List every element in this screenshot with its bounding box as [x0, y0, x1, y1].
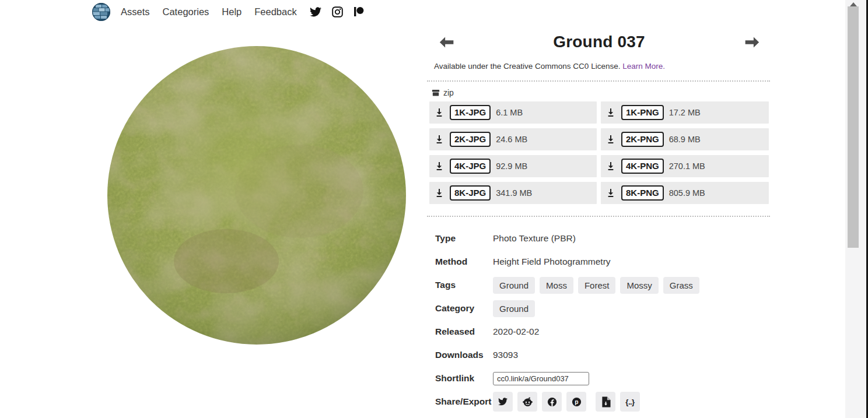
file-size: 270.1 MB — [669, 161, 705, 171]
detail-row-category: Category Ground — [435, 297, 770, 320]
detail-row-downloads: Downloads 93093 — [435, 343, 770, 367]
file-size: 805.9 MB — [669, 188, 705, 198]
file-export-icon — [601, 396, 611, 408]
previous-asset-button[interactable] — [439, 36, 454, 48]
category-chip-ground[interactable]: Ground — [493, 300, 535, 317]
type-label: Type — [435, 233, 493, 244]
tag-chip-ground[interactable]: Ground — [493, 277, 535, 294]
share-button-row: p {..} — [493, 392, 640, 412]
file-size: 17.2 MB — [669, 108, 701, 117]
pinterest-icon: p — [571, 396, 582, 408]
twitter-icon — [310, 7, 321, 17]
released-label: Released — [435, 326, 493, 337]
downloads-label: Downloads — [435, 350, 493, 360]
page-title: Ground 037 — [454, 33, 744, 51]
arrow-left-icon — [439, 36, 454, 48]
download-icon — [606, 108, 615, 117]
download-icon — [435, 108, 444, 117]
file-size: 24.6 MB — [496, 135, 527, 144]
tag-chip-moss[interactable]: Moss — [540, 277, 573, 294]
nav-item-feedback[interactable]: Feedback — [254, 6, 296, 17]
asset-detail-panel: Ground 037 Available under the Creative … — [427, 0, 770, 413]
export-file-button[interactable] — [596, 392, 615, 412]
download-icon — [606, 161, 615, 171]
detail-row-method: Method Height Field Photogrammetry — [435, 250, 770, 273]
download-icon — [606, 188, 615, 198]
json-braces-icon: {..} — [625, 398, 634, 406]
next-asset-button[interactable] — [744, 36, 760, 48]
type-value: Photo Texture (PBR) — [493, 233, 576, 244]
download-icon — [435, 188, 444, 198]
download-button-8k-jpg[interactable]: 8K-JPG 341.9 MB — [429, 182, 597, 204]
download-button-2k-jpg[interactable]: 2K-JPG 24.6 MB — [429, 128, 597, 150]
nav-instagram-link[interactable] — [332, 6, 343, 17]
asset-title-row: Ground 037 — [427, 28, 770, 56]
resolution-badge: 1K-PNG — [621, 105, 664, 120]
tag-chip-mossy[interactable]: Mossy — [620, 277, 658, 294]
learn-more-link[interactable]: Learn More. — [622, 62, 665, 71]
zip-archive-icon — [432, 89, 440, 97]
resolution-badge: 4K-PNG — [621, 159, 664, 174]
download-button-1k-jpg[interactable]: 1K-JPG 6.1 MB — [429, 101, 597, 124]
nav-item-assets[interactable]: Assets — [121, 6, 150, 17]
shortlink-input[interactable] — [493, 372, 589, 385]
tags-label: Tags — [435, 280, 493, 290]
download-button-4k-png[interactable]: 4K-PNG 270.1 MB — [601, 155, 769, 177]
nav-social-links — [310, 6, 374, 17]
svg-text:p: p — [575, 399, 578, 405]
divider — [427, 80, 770, 82]
resolution-badge: 2K-JPG — [450, 132, 491, 147]
tag-chip-forest[interactable]: Forest — [578, 277, 616, 294]
download-icon — [435, 161, 444, 171]
nav-item-help[interactable]: Help — [222, 6, 242, 17]
patreon-icon — [354, 6, 364, 17]
download-button-2k-png[interactable]: 2K-PNG 68.9 MB — [601, 128, 769, 150]
vertical-scrollbar[interactable] — [845, 0, 866, 418]
facebook-icon — [547, 396, 558, 408]
resolution-badge: 1K-JPG — [450, 105, 491, 120]
tag-chip-grass[interactable]: Grass — [663, 277, 699, 294]
download-button-8k-png[interactable]: 8K-PNG 805.9 MB — [601, 182, 769, 204]
license-text-body: Available under the Creative Commons CC0… — [434, 62, 620, 71]
file-size: 68.9 MB — [669, 135, 701, 144]
twitter-icon — [498, 398, 508, 406]
share-reddit-button[interactable] — [517, 392, 537, 412]
download-grid: 1K-JPG 6.1 MB 1K-PNG 17.2 MB 2K-JPG 24.6… — [429, 101, 770, 204]
reddit-icon — [522, 396, 533, 408]
download-button-1k-png[interactable]: 1K-PNG 17.2 MB — [601, 101, 769, 124]
detail-row-shortlink: Shortlink — [435, 367, 770, 390]
instagram-icon — [332, 6, 343, 17]
arrow-right-icon — [745, 36, 760, 48]
download-icon — [435, 135, 444, 144]
download-button-4k-jpg[interactable]: 4K-JPG 92.9 MB — [429, 155, 597, 177]
resolution-badge: 8K-PNG — [621, 185, 664, 201]
detail-row-type: Type Photo Texture (PBR) — [435, 227, 770, 250]
resolution-badge: 8K-JPG — [450, 185, 491, 201]
detail-row-released: Released 2020-02-02 — [435, 320, 770, 343]
resolution-badge: 2K-PNG — [621, 132, 664, 147]
scrollbar-thumb[interactable] — [848, 6, 859, 248]
detail-row-share: Share/Export p {..} — [435, 390, 770, 413]
downloads-value: 93093 — [493, 350, 518, 360]
divider — [427, 216, 770, 217]
share-pinterest-button[interactable]: p — [566, 392, 586, 412]
file-size: 341.9 MB — [496, 188, 532, 198]
detail-row-tags: Tags Ground Moss Forest Mossy Grass — [435, 273, 770, 297]
method-value: Height Field Photogrammetry — [493, 257, 611, 267]
texture-sphere-preview — [107, 45, 407, 345]
category-label: Category — [435, 303, 493, 314]
export-json-button[interactable]: {..} — [620, 392, 640, 412]
nav-patreon-link[interactable] — [354, 6, 364, 17]
license-text: Available under the Creative Commons CC0… — [434, 62, 770, 71]
nav-item-categories[interactable]: Categories — [163, 6, 209, 17]
method-label: Method — [435, 257, 493, 267]
download-icon — [606, 135, 615, 144]
site-logo-icon[interactable] — [92, 3, 110, 21]
share-facebook-button[interactable] — [542, 392, 562, 412]
moss-sphere-image — [107, 45, 407, 345]
share-twitter-button[interactable] — [493, 392, 513, 412]
nav-twitter-link[interactable] — [310, 7, 321, 17]
share-export-label: Share/Export — [435, 396, 493, 407]
scroll-up-arrow-icon[interactable] — [850, 2, 857, 6]
released-value: 2020-02-02 — [493, 326, 539, 337]
